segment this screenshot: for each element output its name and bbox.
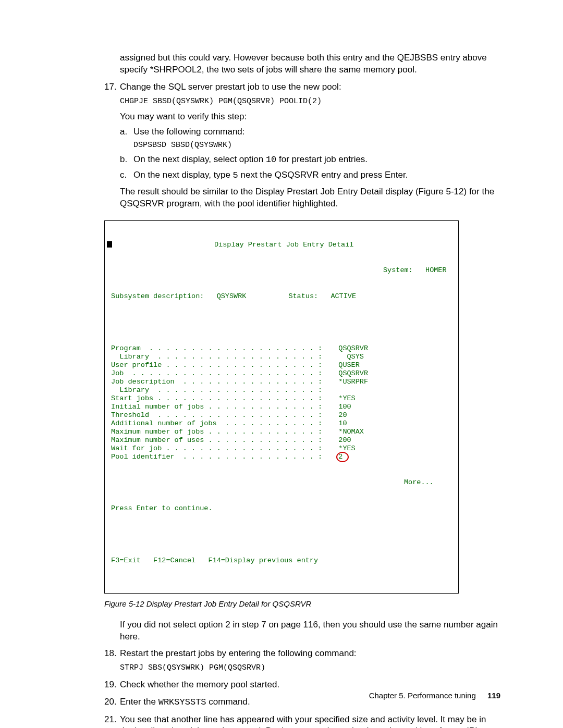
row-value: *USRPRF xyxy=(326,378,368,386)
step-text: Restart the prestart jobs by entering th… xyxy=(120,648,500,660)
row-label: User profile . . . . . . . . . . . . . .… xyxy=(107,361,326,370)
terminal-row: Job description . . . . . . . . . . . . … xyxy=(107,378,456,386)
row-label: Maximum number of jobs . . . . . . . . .… xyxy=(107,428,326,437)
row-value: QSQSRVR xyxy=(326,344,368,352)
row-label: Program . . . . . . . . . . . . . . . . … xyxy=(107,344,326,353)
sub-letter: a. xyxy=(120,126,133,138)
row-value: 10 xyxy=(326,419,347,427)
code-wrksyssts: WRKSYSSTS xyxy=(158,697,206,707)
terminal-row: Job . . . . . . . . . . . . . . . . . . … xyxy=(107,369,456,378)
step-17-result: The result should be similar to the Disp… xyxy=(120,186,500,210)
terminal-row: Threshold . . . . . . . . . . . . . . . … xyxy=(107,411,456,419)
step-number: 19. xyxy=(104,679,120,691)
press-enter: Press Enter to continue. xyxy=(111,504,212,512)
row-value: *YES xyxy=(326,394,356,402)
step-17c: c. On the next display, type 5 next the … xyxy=(120,169,500,182)
terminal-row: Wait for job . . . . . . . . . . . . . .… xyxy=(107,445,456,453)
row-label: Job . . . . . . . . . . . . . . . . . . … xyxy=(107,369,326,378)
row-value: 100 xyxy=(326,403,351,411)
step-17: 17. Change the SQL server prestart job t… xyxy=(104,81,500,93)
terminal-row: Start jobs . . . . . . . . . . . . . . .… xyxy=(107,394,456,403)
row-value: 2 xyxy=(326,453,342,461)
t: On the next display, select option xyxy=(133,154,266,164)
footer-chapter: Chapter 5. Performance tuning xyxy=(369,691,476,700)
more-indicator: More... xyxy=(404,478,434,486)
sub-letter: b. xyxy=(120,154,133,166)
sub-text: On the next display, select option 10 fo… xyxy=(133,154,500,166)
step-number: 17. xyxy=(104,81,120,93)
row-label: Library . . . . . . . . . . . . . . . . … xyxy=(107,386,326,395)
terminal-row: Additional number of jobs . . . . . . . … xyxy=(107,419,456,428)
step-text: Change the SQL server prestart job to us… xyxy=(120,81,500,93)
step-text: You see that another line has appeared w… xyxy=(120,714,500,729)
terminal: Display Prestart Job Entry Detail System… xyxy=(107,223,456,591)
row-label: Initial number of jobs . . . . . . . . .… xyxy=(107,403,326,412)
step-18: 18. Restart the prestart jobs by enterin… xyxy=(104,648,500,660)
system-value: HOMER xyxy=(425,266,447,274)
row-label: Additional number of jobs . . . . . . . … xyxy=(107,419,326,428)
row-value: QSYS xyxy=(326,353,364,361)
code-chgpje: CHGPJE SBSD(QSYSWRK) PGM(QSQSRVR) POOLID… xyxy=(120,96,500,107)
row-value: QUSER xyxy=(326,361,360,369)
code-10: 10 xyxy=(266,155,276,165)
page: assigned but this could vary. However be… xyxy=(0,0,563,728)
t: On the next display, type xyxy=(133,170,233,180)
terminal-frame: Display Prestart Job Entry Detail System… xyxy=(104,220,459,594)
step-17b: b. On the next display, select option 10… xyxy=(120,154,500,166)
step-21: 21. You see that another line has appear… xyxy=(104,714,500,729)
terminal-row: Maximum number of uses . . . . . . . . .… xyxy=(107,436,456,445)
terminal-row: Pool identifier . . . . . . . . . . . . … xyxy=(107,453,456,461)
t: command. xyxy=(206,697,250,707)
step-17a: a. Use the following command: xyxy=(120,126,500,138)
fkeys: F3=Exit F12=Cancel F14=Display previous … xyxy=(111,557,318,564)
row-label: Pool identifier . . . . . . . . . . . . … xyxy=(107,453,326,462)
row-value: QSQSRVR xyxy=(326,369,368,377)
t: next the QSQSRVR entry and press Enter. xyxy=(238,170,408,180)
terminal-row: Library . . . . . . . . . . . . . . . . … xyxy=(107,386,456,394)
terminal-row: Initial number of jobs . . . . . . . . .… xyxy=(107,403,456,411)
terminal-row: Library . . . . . . . . . . . . . . . . … xyxy=(107,353,456,361)
terminal-row: User profile . . . . . . . . . . . . . .… xyxy=(107,361,456,369)
row-value: 200 xyxy=(326,436,351,444)
after-figure-para: If you did not select option 2 in step 7… xyxy=(120,619,500,643)
row-label: Job description . . . . . . . . . . . . … xyxy=(107,378,326,387)
terminal-title: Display Prestart Job Entry Detail xyxy=(214,241,353,249)
status-value: ACTIVE xyxy=(331,292,356,300)
row-value xyxy=(326,386,338,394)
t: Enter the xyxy=(120,697,158,707)
row-label: Library . . . . . . . . . . . . . . . . … xyxy=(107,353,326,362)
footer-page-number: 119 xyxy=(487,691,500,700)
sub-label: Subsystem description: xyxy=(111,292,204,300)
figure-caption: Figure 5-12 Display Prestart Job Entry D… xyxy=(104,599,500,609)
step-number: 20. xyxy=(104,696,120,709)
t: for prestart job entries. xyxy=(276,154,368,164)
sub-letter: c. xyxy=(120,169,133,182)
row-label: Wait for job . . . . . . . . . . . . . .… xyxy=(107,445,326,453)
step-number: 18. xyxy=(104,648,120,660)
intro-paragraph: assigned but this could vary. However be… xyxy=(120,52,500,76)
step-19: 19. Check whether the memory pool starte… xyxy=(104,679,500,691)
code-dspsbsd: DSPSBSD SBSD(QSYSWRK) xyxy=(133,140,500,151)
code-5: 5 xyxy=(233,170,238,180)
system-label: System: xyxy=(383,266,413,274)
row-label: Maximum number of uses . . . . . . . . .… xyxy=(107,436,326,445)
cursor-icon xyxy=(107,241,112,248)
row-value: *NOMAX xyxy=(326,428,364,436)
step-text: Check whether the memory pool started. xyxy=(120,679,500,691)
status-label: Status: xyxy=(288,292,318,300)
row-label: Start jobs . . . . . . . . . . . . . . .… xyxy=(107,394,326,403)
sub-value: QSYSWRK xyxy=(217,292,247,300)
step-17-after: You may want to verify this step: xyxy=(120,111,500,123)
row-value: *YES xyxy=(326,445,356,452)
step-number: 21. xyxy=(104,714,120,729)
row-value: 20 xyxy=(326,411,347,419)
code-strpj: STRPJ SBS(QSYSWRK) PGM(QSQSRVR) xyxy=(120,663,500,673)
page-footer: Chapter 5. Performance tuning 119 xyxy=(369,690,500,701)
row-label: Threshold . . . . . . . . . . . . . . . … xyxy=(107,411,326,420)
terminal-row: Maximum number of jobs . . . . . . . . .… xyxy=(107,428,456,436)
terminal-row: Program . . . . . . . . . . . . . . . . … xyxy=(107,344,456,353)
sub-text: On the next display, type 5 next the QSQ… xyxy=(133,169,500,182)
sub-text: Use the following command: xyxy=(133,126,500,138)
